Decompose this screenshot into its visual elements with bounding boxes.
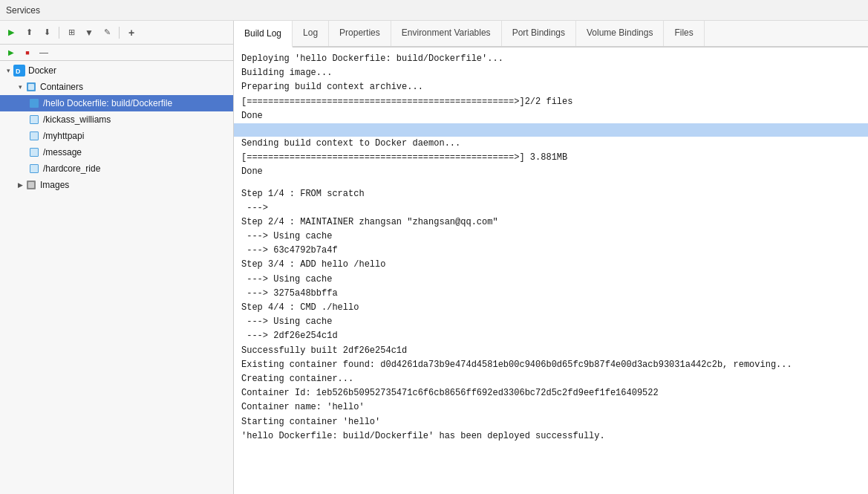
svg-rect-3 (28, 84, 34, 90)
edit-button[interactable]: ✎ (99, 25, 115, 41)
log-line: ---> 63c4792b7a4f (234, 244, 868, 258)
tabs-bar: Build Log Log Properties Environment Var… (234, 21, 868, 48)
log-line: ---> 2df26e254c1d (234, 329, 868, 343)
filter-icon: ▼ (85, 27, 94, 38)
sidebar-item-kickass-williams[interactable]: /kickass_williams (0, 111, 233, 128)
hello-dockerfile-label: /hello Dockerfile: build/Dockerfile (43, 98, 172, 108)
tab-log-label: Log (303, 27, 318, 38)
log-line: Creating container... (234, 372, 868, 386)
title-bar: Services (0, 0, 868, 21)
images-label: Images (40, 180, 69, 190)
log-line: Done (234, 109, 868, 123)
left-panel: ▶ ⬆ ⬇ ⊞ ▼ (0, 21, 234, 494)
log-line: 'hello Dockerfile: build/Dockerfile' has… (234, 429, 868, 443)
docker-label: Docker (28, 65, 56, 76)
images-icon (25, 179, 37, 191)
separator-1 (59, 27, 59, 39)
myhttpapi-label: /myhttpapi (43, 131, 84, 141)
kickass-williams-label: /kickass_williams (43, 114, 111, 125)
action-row: ▶ ■ — (0, 45, 233, 61)
grid-button[interactable]: ⊞ (63, 25, 79, 41)
log-line (234, 180, 868, 187)
toggle-docker: ▾ (3, 67, 13, 74)
tree-container: ▾ D Docker ▾ (0, 61, 233, 494)
sidebar-item-hello-dockerfile[interactable]: /hello Dockerfile: build/Dockerfile (0, 95, 233, 111)
hardcore-container-icon (28, 163, 40, 175)
action-stop-button[interactable]: ■ (19, 45, 36, 61)
tab-properties-label: Properties (339, 27, 380, 38)
down-icon: ⬇ (44, 27, 50, 37)
log-line: Container name: 'hello' (234, 400, 868, 415)
containers-label: Containers (40, 82, 83, 92)
action-run-button[interactable]: ▶ (3, 45, 19, 61)
add-icon: + (128, 27, 134, 39)
log-line: Step 4/4 : CMD ./hello (234, 301, 868, 315)
hello-container-icon (28, 97, 40, 109)
docker-icon: D (13, 65, 25, 77)
log-line: Deploying 'hello Dockerfile: build/Docke… (234, 52, 868, 66)
action-remove-button[interactable]: — (36, 45, 52, 61)
log-line (234, 123, 868, 137)
run-icon: ▶ (8, 27, 14, 37)
tab-port-bindings-label: Port Bindings (512, 27, 565, 38)
separator-2 (119, 27, 120, 39)
app-title: Services (6, 5, 40, 16)
log-line: Done (234, 165, 868, 179)
log-content[interactable]: Deploying 'hello Dockerfile: build/Docke… (234, 48, 868, 494)
tab-volume-bindings[interactable]: Volume Bindings (576, 21, 664, 46)
sidebar-item-images[interactable]: ▶ Images (0, 177, 233, 193)
log-line: Container Id: 1eb526b50952735471c6f6cb86… (234, 386, 868, 400)
log-line: [=======================================… (234, 95, 868, 109)
log-line: ---> 3275a48bbffa (234, 287, 868, 301)
tab-volume-bindings-label: Volume Bindings (587, 27, 653, 38)
log-line: ---> Using cache (234, 315, 868, 329)
tab-build-log[interactable]: Build Log (234, 21, 293, 48)
log-line: Sending build context to Docker daemon..… (234, 137, 868, 151)
right-panel: Build Log Log Properties Environment Var… (234, 21, 868, 494)
message-container-icon (28, 146, 40, 158)
tab-properties[interactable]: Properties (329, 21, 391, 46)
add-button[interactable]: + (123, 25, 140, 41)
log-line: ---> (234, 201, 868, 215)
sidebar-item-docker[interactable]: ▾ D Docker (0, 62, 233, 79)
kickass-container-icon (28, 114, 40, 126)
log-line: Step 2/4 : MAINTAINER zhangsan "zhangsan… (234, 215, 868, 230)
sidebar-item-message[interactable]: /message (0, 144, 233, 160)
tab-port-bindings[interactable]: Port Bindings (502, 21, 576, 46)
hardcore-ride-label: /hardcore_ride (43, 163, 100, 174)
toggle-images: ▶ (15, 181, 25, 189)
log-line: Step 1/4 : FROM scratch (234, 187, 868, 201)
log-line: [=======================================… (234, 151, 868, 165)
log-line: Successfully built 2df26e254c1d (234, 344, 868, 358)
tab-log[interactable]: Log (293, 21, 329, 46)
containers-icon (25, 81, 37, 93)
filter-button[interactable]: ▼ (81, 25, 97, 41)
app-window: Services ▶ ⬆ ⬇ ⊞ (0, 0, 868, 494)
myhttpapi-container-icon (28, 130, 40, 142)
log-line: Preparing build context archive... (234, 80, 868, 94)
tab-env-vars[interactable]: Environment Variables (391, 21, 502, 46)
log-line: ---> Using cache (234, 230, 868, 244)
tab-build-log-label: Build Log (244, 28, 281, 39)
toolbar: ▶ ⬆ ⬇ ⊞ ▼ (0, 21, 233, 45)
svg-text:D: D (16, 68, 21, 75)
tab-files[interactable]: Files (664, 21, 704, 46)
up-button[interactable]: ⬆ (21, 25, 37, 41)
toggle-containers: ▾ (15, 83, 25, 91)
down-button[interactable]: ⬇ (39, 25, 55, 41)
sidebar-item-hardcore-ride[interactable]: /hardcore_ride (0, 160, 233, 177)
log-line: Existing container found: d0d4261da73b9e… (234, 358, 868, 372)
run-button[interactable]: ▶ (3, 25, 19, 41)
sidebar-item-containers[interactable]: ▾ Containers (0, 79, 233, 95)
tab-env-vars-label: Environment Variables (402, 27, 491, 38)
log-line: Starting container 'hello' (234, 415, 868, 429)
tab-files-label: Files (674, 27, 693, 38)
log-line: ---> Using cache (234, 273, 868, 287)
log-line: Step 3/4 : ADD hello /hello (234, 258, 868, 272)
edit-icon: ✎ (104, 27, 111, 37)
svg-rect-5 (28, 182, 34, 188)
grid-icon: ⊞ (68, 27, 75, 37)
log-line: Building image... (234, 66, 868, 80)
sidebar-item-myhttpapi[interactable]: /myhttpapi (0, 128, 233, 144)
message-label: /message (43, 147, 82, 157)
